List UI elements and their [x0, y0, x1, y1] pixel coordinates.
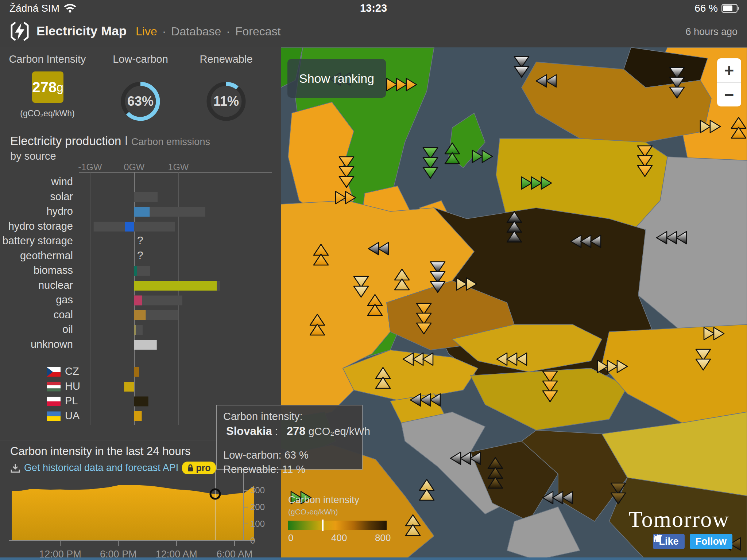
- carbon-intensity-suffix: g: [57, 80, 63, 94]
- page-title: Electricity Map: [36, 24, 127, 38]
- map-zoom-control: + −: [717, 58, 741, 106]
- carbon-intensity-unit: (gCO₂eq/kWh): [0, 109, 95, 118]
- country-tooltip: Carbon intensity: Slovakia: 278 gCO₂eq/k…: [216, 405, 363, 470]
- hu-flag-icon: [47, 382, 61, 392]
- exchange-arrow-icon: [419, 479, 434, 500]
- exchange-arrow-icon: [514, 57, 529, 77]
- exchange-row-label: CZ: [65, 365, 79, 377]
- gw-axis-tick: -1GW: [68, 162, 112, 172]
- production-row-label: coal: [0, 309, 73, 321]
- carbon-intensity-value: 278: [32, 79, 57, 96]
- low-carbon-gauge: 63%: [119, 80, 162, 122]
- twitter-follow-button[interactable]: Follow: [690, 534, 732, 549]
- carbon-scale-gradient: [288, 521, 387, 530]
- app-header: Electricity Map Live · Database · Foreca…: [0, 15, 747, 48]
- production-row-label: oil: [0, 323, 73, 335]
- tab-carbon-emissions[interactable]: Carbon emissions: [131, 136, 210, 147]
- map-color-legend: Carbon intensity (gCO₂eq/kWh) 0 400 800: [288, 494, 398, 543]
- by-source-label: by source: [10, 150, 56, 162]
- renewable-gauge: 11%: [205, 80, 247, 122]
- nav-live[interactable]: Live: [136, 25, 157, 38]
- country-panel: Carbon Intensity Low-carbon Renewable 27…: [0, 47, 281, 560]
- production-row-label: hydro storage: [0, 220, 73, 232]
- pro-badge: pro: [182, 462, 216, 474]
- production-row-label: geothermal: [0, 250, 73, 262]
- zoom-in-button[interactable]: +: [717, 58, 741, 82]
- tab-electricity-production[interactable]: Electricity production: [10, 134, 121, 148]
- exchange-arrow-icon: [423, 148, 438, 178]
- carbon-scale-marker: [322, 520, 324, 531]
- history-y-tick: 100: [250, 519, 265, 529]
- clock: 13:23: [0, 2, 747, 14]
- nav-separator: ·: [162, 25, 166, 38]
- nav-separator: ·: [226, 25, 230, 38]
- last-updated-label: 6 hours ago: [685, 26, 738, 38]
- zoom-out-button[interactable]: −: [717, 83, 741, 106]
- tooltip-title: Carbon intensity:: [223, 411, 355, 423]
- battery-percent: 66 %: [694, 3, 718, 14]
- europe-carbon-map[interactable]: Show ranking + − Carbon intensity (gCO₂e…: [281, 47, 747, 560]
- no-data-placeholder: ?: [137, 249, 143, 261]
- pl-flag-icon: [47, 397, 61, 406]
- gw-axis-tick: 0GW: [112, 162, 156, 172]
- exchange-arrow-icon: [472, 150, 492, 163]
- exchange-row-label: UA: [65, 410, 80, 422]
- production-row-label: solar: [0, 191, 73, 203]
- tomorrow-logo: Tomorrow: [628, 506, 729, 532]
- production-row-label: biomass: [0, 264, 73, 276]
- production-row-label: unknown: [0, 338, 73, 350]
- exchange-row-label: PL: [65, 395, 78, 407]
- battery-icon: [721, 4, 740, 13]
- tooltip-unit: gCO₂eq/kWh: [309, 425, 370, 438]
- gw-axis-tick: 1GW: [156, 162, 200, 172]
- low-carbon-label: Low-carbon: [93, 53, 188, 65]
- nav-forecast[interactable]: Forecast: [235, 25, 280, 38]
- carbon-intensity-value-box: 278g: [32, 71, 63, 103]
- production-row-label: wind: [0, 176, 73, 188]
- tooltip-value: 278: [287, 425, 306, 438]
- footer-strip: [0, 557, 747, 560]
- history-y-tick: 200: [250, 502, 265, 512]
- production-row-label: gas: [0, 294, 73, 306]
- low-carbon-percent: 63%: [119, 80, 162, 122]
- production-row-label: nuclear: [0, 279, 73, 291]
- historical-data-api-link[interactable]: Get historical data and forecast API: [24, 462, 178, 474]
- production-row-label: battery storage: [0, 235, 73, 247]
- show-ranking-button[interactable]: Show ranking: [287, 59, 386, 98]
- renewable-percent: 11%: [205, 80, 247, 122]
- history-y-tick: 0: [250, 536, 255, 546]
- production-row-label: hydro: [0, 205, 73, 217]
- region-ukraine[interactable]: [602, 324, 747, 423]
- tooltip-low-carbon: Low-carbon: 63 %: [223, 448, 355, 462]
- lock-icon: [187, 464, 194, 472]
- history-y-tick: 300: [250, 485, 265, 495]
- electricity-map-logo-icon: [9, 21, 30, 42]
- nav-database[interactable]: Database: [171, 25, 221, 38]
- status-bar: Žádná SIM 13:23 66 %: [0, 0, 747, 15]
- renewable-label: Renewable: [179, 53, 274, 65]
- cz-flag-icon: [47, 367, 61, 377]
- ua-flag-icon: [47, 412, 61, 421]
- twitter-bird-icon: [653, 534, 662, 542]
- history-heading: Carbon intensity in the last 24 hours: [10, 445, 191, 458]
- exchange-row-label: HU: [65, 380, 80, 392]
- carbon-intensity-label: Carbon Intensity: [0, 53, 95, 65]
- download-icon: [10, 463, 20, 473]
- tooltip-country: Slovakia: [226, 425, 272, 438]
- tooltip-renewable: Renewable: 11 %: [223, 462, 355, 477]
- no-data-placeholder: ?: [137, 234, 143, 246]
